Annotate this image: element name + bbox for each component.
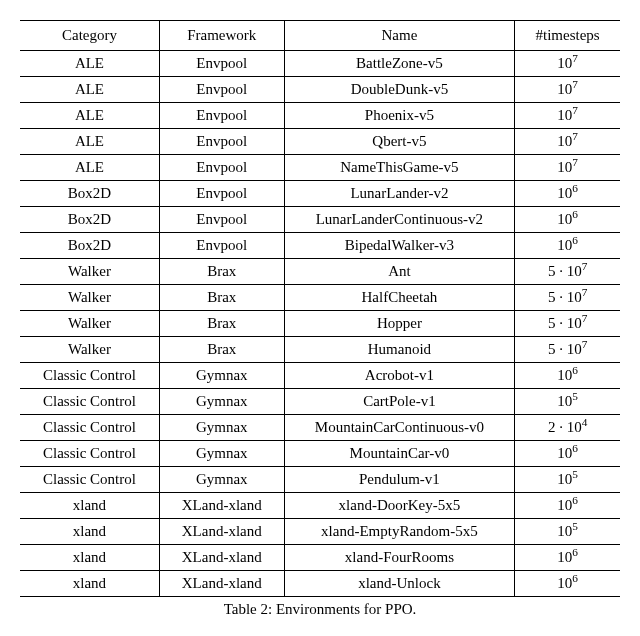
cell-name: xland-EmptyRandom-5x5 — [284, 519, 515, 545]
cell-framework: XLand-xland — [159, 493, 284, 519]
cell-name: Acrobot-v1 — [284, 363, 515, 389]
cell-category: ALE — [20, 77, 159, 103]
cell-category: xland — [20, 493, 159, 519]
table-row: ALEEnvpoolDoubleDunk-v5107 — [20, 77, 620, 103]
cell-name: MountainCar-v0 — [284, 441, 515, 467]
table-row: Classic ControlGymnaxPendulum-v1105 — [20, 467, 620, 493]
cell-framework: XLand-xland — [159, 545, 284, 571]
cell-name: Pendulum-v1 — [284, 467, 515, 493]
cell-timesteps: 106 — [515, 233, 620, 259]
cell-timesteps: 5 · 107 — [515, 285, 620, 311]
table-row: ALEEnvpoolNameThisGame-v5107 — [20, 155, 620, 181]
col-category: Category — [20, 21, 159, 51]
cell-framework: Envpool — [159, 233, 284, 259]
cell-category: xland — [20, 571, 159, 597]
cell-category: Classic Control — [20, 467, 159, 493]
cell-framework: Envpool — [159, 155, 284, 181]
cell-name: DoubleDunk-v5 — [284, 77, 515, 103]
cell-name: LunarLander-v2 — [284, 181, 515, 207]
cell-timesteps: 105 — [515, 467, 620, 493]
cell-framework: Envpool — [159, 129, 284, 155]
table-row: WalkerBraxHumanoid5 · 107 — [20, 337, 620, 363]
table-row: xlandXLand-xlandxland-FourRooms106 — [20, 545, 620, 571]
cell-timesteps: 107 — [515, 51, 620, 77]
cell-framework: Brax — [159, 337, 284, 363]
cell-timesteps: 106 — [515, 493, 620, 519]
cell-category: ALE — [20, 51, 159, 77]
cell-category: Walker — [20, 285, 159, 311]
cell-name: NameThisGame-v5 — [284, 155, 515, 181]
cell-timesteps: 106 — [515, 441, 620, 467]
cell-name: HalfCheetah — [284, 285, 515, 311]
cell-timesteps: 5 · 107 — [515, 311, 620, 337]
cell-name: MountainCarContinuous-v0 — [284, 415, 515, 441]
cell-name: xland-Unlock — [284, 571, 515, 597]
cell-framework: Envpool — [159, 77, 284, 103]
cell-category: Walker — [20, 259, 159, 285]
cell-category: ALE — [20, 129, 159, 155]
col-framework: Framework — [159, 21, 284, 51]
cell-timesteps: 106 — [515, 181, 620, 207]
cell-timesteps: 5 · 107 — [515, 337, 620, 363]
cell-timesteps: 106 — [515, 363, 620, 389]
cell-timesteps: 107 — [515, 103, 620, 129]
cell-framework: Gymnax — [159, 415, 284, 441]
col-timesteps: #timesteps — [515, 21, 620, 51]
cell-framework: XLand-xland — [159, 519, 284, 545]
table-row: xlandXLand-xlandxland-EmptyRandom-5x5105 — [20, 519, 620, 545]
table-row: Classic ControlGymnaxMountainCarContinuo… — [20, 415, 620, 441]
table-row: Box2DEnvpoolLunarLanderContinuous-v2106 — [20, 207, 620, 233]
cell-name: BipedalWalker-v3 — [284, 233, 515, 259]
environments-table: Category Framework Name #timesteps ALEEn… — [20, 20, 620, 597]
cell-category: Box2D — [20, 207, 159, 233]
cell-name: CartPole-v1 — [284, 389, 515, 415]
table-container: Category Framework Name #timesteps ALEEn… — [20, 20, 620, 618]
cell-category: xland — [20, 519, 159, 545]
cell-framework: Gymnax — [159, 363, 284, 389]
table-row: xlandXLand-xlandxland-Unlock106 — [20, 571, 620, 597]
cell-timesteps: 106 — [515, 571, 620, 597]
cell-name: BattleZone-v5 — [284, 51, 515, 77]
cell-framework: Brax — [159, 259, 284, 285]
cell-name: Phoenix-v5 — [284, 103, 515, 129]
col-name: Name — [284, 21, 515, 51]
cell-framework: Brax — [159, 285, 284, 311]
cell-category: Classic Control — [20, 415, 159, 441]
cell-category: Classic Control — [20, 389, 159, 415]
cell-category: Walker — [20, 311, 159, 337]
table-row: Classic ControlGymnaxCartPole-v1105 — [20, 389, 620, 415]
table-row: WalkerBraxHopper5 · 107 — [20, 311, 620, 337]
table-row: WalkerBraxHalfCheetah5 · 107 — [20, 285, 620, 311]
cell-name: Humanoid — [284, 337, 515, 363]
cell-name: Ant — [284, 259, 515, 285]
cell-name: xland-FourRooms — [284, 545, 515, 571]
cell-name: LunarLanderContinuous-v2 — [284, 207, 515, 233]
cell-timesteps: 107 — [515, 77, 620, 103]
cell-timesteps: 2 · 104 — [515, 415, 620, 441]
cell-timesteps: 105 — [515, 389, 620, 415]
cell-timesteps: 106 — [515, 545, 620, 571]
cell-category: Classic Control — [20, 363, 159, 389]
table-caption: Table 2: Environments for PPO. — [224, 601, 417, 618]
cell-framework: Envpool — [159, 181, 284, 207]
table-row: ALEEnvpoolQbert-v5107 — [20, 129, 620, 155]
cell-framework: Brax — [159, 311, 284, 337]
cell-category: Box2D — [20, 181, 159, 207]
table-row: xlandXLand-xlandxland-DoorKey-5x5106 — [20, 493, 620, 519]
cell-category: Box2D — [20, 233, 159, 259]
cell-category: xland — [20, 545, 159, 571]
cell-name: Qbert-v5 — [284, 129, 515, 155]
table-row: Classic ControlGymnaxAcrobot-v1106 — [20, 363, 620, 389]
cell-timesteps: 107 — [515, 129, 620, 155]
cell-name: xland-DoorKey-5x5 — [284, 493, 515, 519]
cell-timesteps: 107 — [515, 155, 620, 181]
cell-category: ALE — [20, 103, 159, 129]
cell-framework: Envpool — [159, 103, 284, 129]
table-row: Classic ControlGymnaxMountainCar-v0106 — [20, 441, 620, 467]
table-row: Box2DEnvpoolLunarLander-v2106 — [20, 181, 620, 207]
cell-framework: Envpool — [159, 51, 284, 77]
cell-category: ALE — [20, 155, 159, 181]
cell-framework: Gymnax — [159, 441, 284, 467]
cell-timesteps: 5 · 107 — [515, 259, 620, 285]
cell-name: Hopper — [284, 311, 515, 337]
